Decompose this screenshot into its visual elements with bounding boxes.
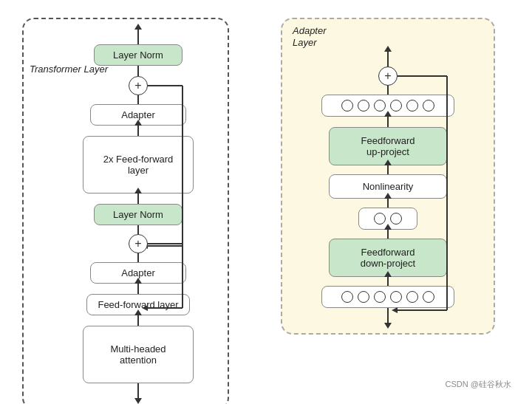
r-vseg6 <box>387 277 389 286</box>
vseg2 <box>137 95 139 104</box>
r-vseg5 <box>387 230 389 239</box>
plus-circle-mid: + <box>129 234 148 253</box>
circle-3 <box>374 100 386 112</box>
transformer-label: Transformer Layer <box>30 64 108 76</box>
circle-1 <box>341 100 353 112</box>
plus-circle-right: + <box>378 66 398 86</box>
r-vseg3 <box>387 165 389 174</box>
circle-b-3 <box>374 291 386 303</box>
left-diagram: Transformer Layer Layer Norm + <box>22 18 229 405</box>
circle-5 <box>406 100 418 112</box>
layer-norm-top-box: Layer Norm <box>94 44 183 66</box>
top-arrow-out-right <box>387 52 389 66</box>
vseg3 <box>137 126 139 136</box>
r-vseg2 <box>387 117 389 127</box>
vseg6 <box>137 253 139 262</box>
circle-b-6 <box>423 291 434 303</box>
vseg1 <box>137 66 139 76</box>
bypass-svg-right <box>388 66 447 67</box>
circle-b-1 <box>341 291 353 303</box>
multi-head-box: Multi-headed attention <box>83 326 194 383</box>
right-flow: + <box>294 52 482 323</box>
r-vseg1 <box>387 86 389 95</box>
circle-b-4 <box>390 291 402 303</box>
watermark: CSDN @硅谷秋水 <box>446 379 511 390</box>
transformer-border: Transformer Layer Layer Norm + <box>22 18 229 405</box>
layer-norm-mid-box: Layer Norm <box>94 204 183 225</box>
diagram-wrapper: Transformer Layer Layer Norm + <box>15 10 517 394</box>
circle-mid-1 <box>374 213 386 225</box>
circle-6 <box>423 100 434 112</box>
left-flow: Layer Norm + Adapter <box>61 30 216 398</box>
r-vseg4 <box>387 199 389 208</box>
adapter-border: Adapter Layer + <box>281 18 495 335</box>
circles-bottom-row <box>321 286 454 308</box>
circle-b-2 <box>358 291 369 303</box>
plus-row-top: + <box>64 76 212 95</box>
circle-b-5 <box>406 291 418 303</box>
circle-2 <box>358 100 369 112</box>
vseg8 <box>137 315 139 326</box>
bottom-arrow-in-left <box>137 383 139 398</box>
plus-circle-top: + <box>129 76 148 95</box>
bottom-arrow-in-right <box>387 308 389 323</box>
vseg4 <box>137 194 139 204</box>
bypass-svg-top <box>138 76 197 77</box>
circle-4 <box>390 100 402 112</box>
circle-mid-2 <box>390 213 402 225</box>
top-arrow-out <box>137 30 139 44</box>
adapter-label: Adapter Layer <box>293 25 327 50</box>
plus-row-mid: + <box>64 234 212 253</box>
vseg7 <box>137 284 139 294</box>
right-diagram: Adapter Layer + <box>281 18 495 335</box>
plus-row-right: + <box>307 66 469 86</box>
svg-marker-11 <box>392 307 398 313</box>
bypass-svg-mid <box>138 234 197 235</box>
feed-forward-2x-box: 2x Feed-forward layer <box>83 136 194 194</box>
vseg5 <box>137 225 139 234</box>
